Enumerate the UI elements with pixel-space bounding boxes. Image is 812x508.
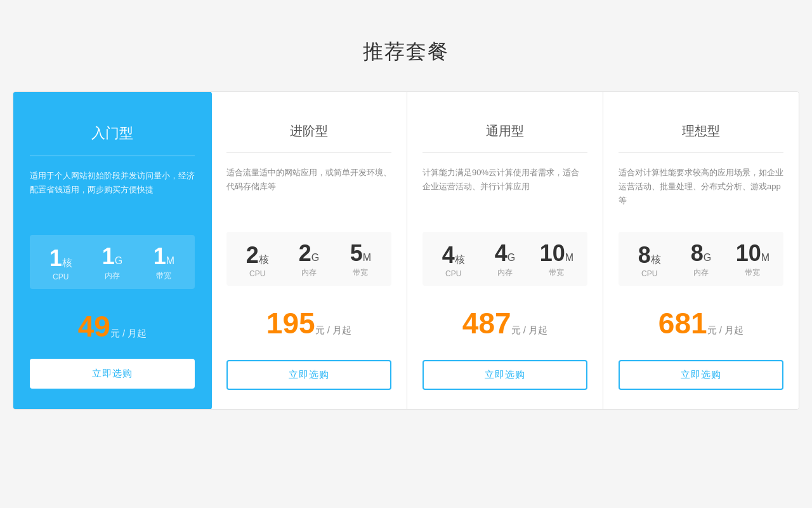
buy-button-ideal[interactable]: 立即选购 xyxy=(619,360,783,390)
spec-unit-advanced-0: 核 xyxy=(259,254,269,265)
spec-number-general-0: 4核 xyxy=(428,244,479,267)
plan-description-advanced: 适合流量适中的网站应用，或简单开发环境、代码存储库等 xyxy=(226,166,391,217)
spec-number-ideal-1: 8G xyxy=(675,242,726,265)
price-suffix-ideal: 元 / 月起 xyxy=(707,324,744,335)
spacer-advanced xyxy=(226,356,391,360)
plans-container: 入门型适用于个人网站初始阶段并发访问量小，经济配置省钱适用，两步购买方便快捷1核… xyxy=(13,91,799,410)
price-row-starter: 49元 / 月起 xyxy=(30,309,195,344)
spec-number-ideal-2: 10M xyxy=(727,242,778,265)
spec-item-ideal-2: 10M带宽 xyxy=(727,242,778,278)
plan-name-starter: 入门型 xyxy=(30,112,195,156)
spec-number-general-2: 10M xyxy=(531,242,582,265)
spec-item-starter-2: 1M带宽 xyxy=(138,245,190,281)
price-row-ideal: 681元 / 月起 xyxy=(619,306,783,340)
specs-row-ideal: 8核CPU8G内存10M带宽 xyxy=(619,232,783,286)
spacer-ideal xyxy=(619,356,783,360)
spec-item-advanced-1: 2G内存 xyxy=(283,242,334,278)
spec-item-ideal-1: 8G内存 xyxy=(675,242,726,278)
price-suffix-general: 元 / 月起 xyxy=(511,324,548,335)
spec-number-starter-2: 1M xyxy=(138,245,190,268)
plan-divider-general xyxy=(422,152,587,153)
spec-label-ideal-0: CPU xyxy=(624,269,675,278)
price-main-general: 487 xyxy=(462,307,511,340)
plan-col-ideal: 理想型适合对计算性能要求较高的应用场景，如企业运营活动、批量处理、分布式分析、游… xyxy=(603,92,799,409)
spec-number-advanced-0: 2核 xyxy=(232,244,283,267)
spec-item-ideal-0: 8核CPU xyxy=(624,244,675,278)
spec-unit-starter-1: G xyxy=(115,255,122,266)
specs-row-advanced: 2核CPU2G内存5M带宽 xyxy=(226,232,391,286)
plan-name-ideal: 理想型 xyxy=(619,111,783,152)
spec-item-starter-0: 1核CPU xyxy=(35,247,86,281)
spec-label-advanced-1: 内存 xyxy=(283,267,334,278)
spec-label-general-2: 带宽 xyxy=(531,267,582,278)
spec-label-starter-1: 内存 xyxy=(86,271,138,281)
spec-unit-starter-2: M xyxy=(166,255,174,266)
page-wrapper: 推荐套餐 入门型适用于个人网站初始阶段并发访问量小，经济配置省钱适用，两步购买方… xyxy=(0,0,812,448)
spec-label-advanced-2: 带宽 xyxy=(335,267,386,278)
plan-name-general: 通用型 xyxy=(422,111,587,152)
plan-description-ideal: 适合对计算性能要求较高的应用场景，如企业运营活动、批量处理、分布式分析、游戏ap… xyxy=(619,166,783,217)
spec-unit-advanced-2: M xyxy=(363,252,371,263)
page-title: 推荐套餐 xyxy=(13,38,799,66)
spec-number-advanced-2: 5M xyxy=(335,242,386,265)
plan-divider-advanced xyxy=(226,152,391,153)
spec-item-advanced-0: 2核CPU xyxy=(232,244,283,278)
spec-label-advanced-0: CPU xyxy=(232,269,283,278)
spec-unit-general-2: M xyxy=(565,252,573,263)
specs-row-general: 4核CPU4G内存10M带宽 xyxy=(422,232,587,286)
spacer-general xyxy=(422,356,587,360)
spec-item-starter-1: 1G内存 xyxy=(86,245,138,281)
plan-col-advanced: 进阶型适合流量适中的网站应用，或简单开发环境、代码存储库等2核CPU2G内存5M… xyxy=(211,92,407,409)
spec-label-starter-2: 带宽 xyxy=(138,271,190,281)
spec-label-ideal-1: 内存 xyxy=(675,267,726,278)
spec-item-general-2: 10M带宽 xyxy=(531,242,582,278)
price-suffix-starter: 元 / 月起 xyxy=(110,328,147,338)
price-main-ideal: 681 xyxy=(658,307,707,340)
price-row-general: 487元 / 月起 xyxy=(422,306,587,340)
spec-label-general-1: 内存 xyxy=(479,267,530,278)
spec-unit-ideal-2: M xyxy=(761,252,769,263)
plan-divider-starter xyxy=(30,156,195,156)
price-suffix-advanced: 元 / 月起 xyxy=(315,324,352,335)
plan-col-starter: 入门型适用于个人网站初始阶段并发访问量小，经济配置省钱适用，两步购买方便快捷1核… xyxy=(13,91,212,410)
spec-number-starter-1: 1G xyxy=(86,245,138,268)
spec-unit-ideal-1: G xyxy=(704,252,711,263)
spec-item-general-1: 4G内存 xyxy=(479,242,530,278)
spec-number-ideal-0: 8核 xyxy=(624,244,675,267)
plan-description-starter: 适用于个人网站初始阶段并发访问量小，经济配置省钱适用，两步购买方便快捷 xyxy=(30,169,195,220)
buy-button-advanced[interactable]: 立即选购 xyxy=(226,360,391,390)
plan-description-general: 计算能力满足90%云计算使用者需求，适合企业运营活动、并行计算应用 xyxy=(422,166,587,217)
spec-item-general-0: 4核CPU xyxy=(428,244,479,278)
spec-unit-starter-0: 核 xyxy=(62,257,72,268)
spec-unit-advanced-1: G xyxy=(311,252,319,263)
price-row-advanced: 195元 / 月起 xyxy=(226,306,391,340)
spec-item-advanced-2: 5M带宽 xyxy=(335,242,386,278)
spec-label-ideal-2: 带宽 xyxy=(727,267,778,278)
plan-name-advanced: 进阶型 xyxy=(226,111,391,152)
specs-row-starter: 1核CPU1G内存1M带宽 xyxy=(30,235,195,289)
spec-number-advanced-1: 2G xyxy=(283,242,334,265)
price-main-starter: 49 xyxy=(78,310,110,343)
price-main-advanced: 195 xyxy=(266,307,315,340)
spec-label-starter-0: CPU xyxy=(35,272,86,281)
buy-button-general[interactable]: 立即选购 xyxy=(422,360,587,390)
spec-number-general-1: 4G xyxy=(479,242,530,265)
buy-button-starter[interactable]: 立即选购 xyxy=(30,359,195,389)
plan-col-general: 通用型计算能力满足90%云计算使用者需求，适合企业运营活动、并行计算应用4核CP… xyxy=(407,92,603,409)
spec-unit-ideal-0: 核 xyxy=(651,254,661,265)
spec-unit-general-1: G xyxy=(508,252,515,263)
spec-label-general-0: CPU xyxy=(428,269,479,278)
plan-divider-ideal xyxy=(619,152,783,153)
spec-unit-general-0: 核 xyxy=(455,254,465,265)
spec-number-starter-0: 1核 xyxy=(35,247,86,270)
